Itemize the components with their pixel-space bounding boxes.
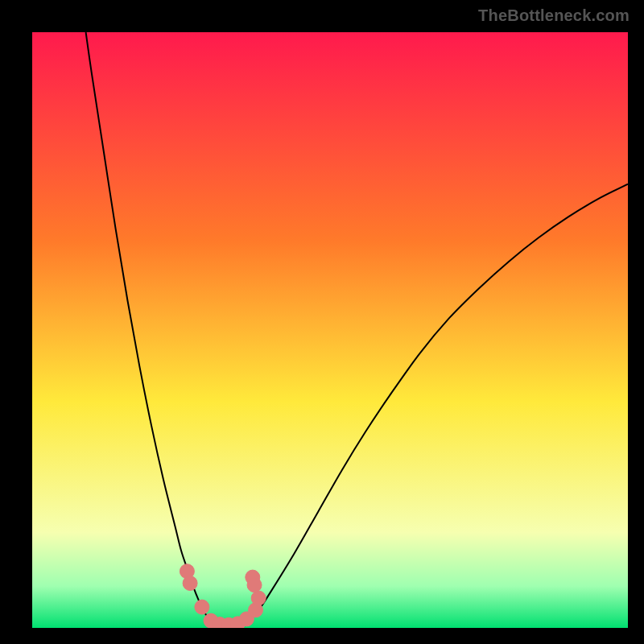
data-marker — [195, 600, 209, 614]
chart-frame: TheBottleneck.com — [0, 0, 644, 644]
data-marker — [247, 578, 262, 592]
data-marker — [183, 576, 197, 591]
gradient-background — [32, 32, 628, 628]
watermark-text: TheBottleneck.com — [478, 6, 630, 25]
bottleneck-curve-chart — [32, 32, 628, 628]
data-marker — [251, 591, 266, 605]
plot-area — [32, 32, 628, 628]
